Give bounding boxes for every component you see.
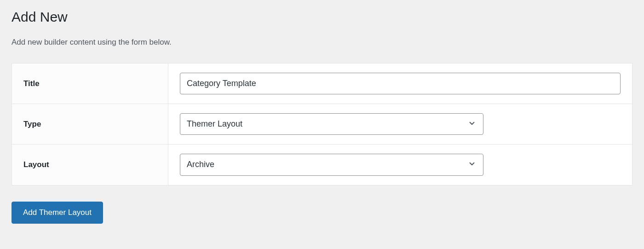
form-table: Title Type Themer Layout Layout (12, 63, 632, 185)
layout-select[interactable]: Archive (180, 154, 483, 175)
title-row: Title (12, 64, 632, 104)
page-description: Add new builder content using the form b… (12, 38, 632, 47)
title-label: Title (12, 64, 168, 104)
type-select[interactable]: Themer Layout (180, 113, 483, 135)
layout-label: Layout (12, 145, 168, 185)
layout-row: Layout Archive (12, 145, 632, 185)
title-input[interactable] (180, 73, 621, 94)
type-row: Type Themer Layout (12, 104, 632, 145)
add-themer-layout-button[interactable]: Add Themer Layout (12, 202, 103, 224)
type-label: Type (12, 104, 168, 145)
page-title: Add New (12, 9, 632, 25)
